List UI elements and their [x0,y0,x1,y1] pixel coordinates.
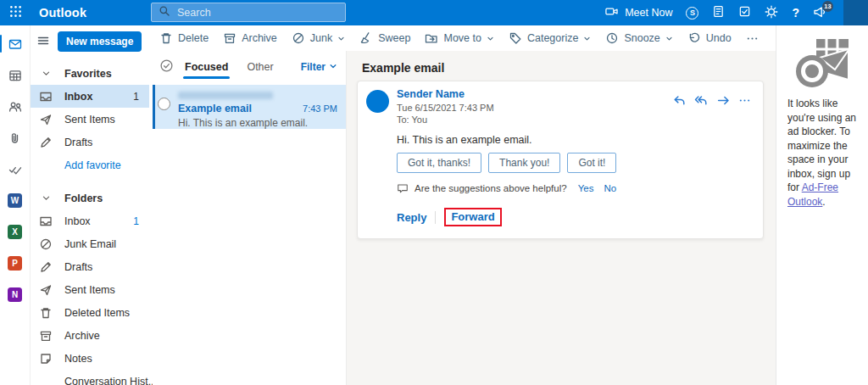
account-avatar[interactable] [843,0,868,25]
app-rail-onenote-button[interactable]: N [0,279,31,310]
archive-icon [223,31,236,45]
tasks-button[interactable] [738,5,751,20]
folder-label: Archive [64,330,100,342]
feedback-button[interactable]: 13 [813,5,826,21]
app-rail-mail-button[interactable] [0,28,31,59]
help-button[interactable]: ? [792,6,799,20]
sidebar-item-conversation-hist[interactable]: Conversation Hist... [31,370,149,385]
archive-icon [39,329,53,343]
app-rail-calendar-button[interactable] [0,59,31,91]
suggested-reply-button[interactable]: Got it! [567,153,616,173]
tab-other[interactable]: Other [247,51,273,82]
sidebar-section-favorites: FavoritesInbox1Sent ItemsDraftsAdd favor… [31,62,153,176]
chevron-down-icon [337,35,345,42]
search-input[interactable] [177,7,338,19]
suggested-reply-button[interactable]: Got it, thanks! [397,153,481,173]
movefolder-icon [425,31,438,45]
excel-icon: X [8,225,22,239]
forward-button[interactable]: Forward [451,210,494,223]
section-title: Folders [64,192,103,204]
section-header-folders[interactable]: Folders [31,187,149,209]
section-header-favorites[interactable]: Favorites [31,62,149,85]
snooze-button[interactable]: Snooze [605,31,672,45]
filter-button[interactable]: Filter [301,61,337,73]
archive-button[interactable]: Archive [223,31,277,45]
junk-button[interactable]: Junk [292,31,345,45]
sidebar-item-inbox[interactable]: Inbox1 [31,85,149,108]
app-rail-attachments-button[interactable] [0,122,31,153]
categorize-button[interactable]: Categorize [509,31,591,45]
skype-button[interactable]: S [686,7,698,20]
sent-datetime: Tue 6/15/2021 7:43 PM [397,103,494,114]
reading-pane: Example email Sender Name Tue 6/15/2021 … [347,51,776,385]
undo-button[interactable]: Undo [687,31,732,45]
notification-badge: 13 [822,1,833,12]
app-rail-todo-button[interactable] [0,153,31,185]
email-card: Sender Name Tue 6/15/2021 7:43 PM To: Yo… [357,81,764,239]
send-icon [39,113,53,126]
search-bar[interactable] [151,3,346,22]
trash-icon [39,306,53,320]
tab-focused[interactable]: Focused [185,51,228,82]
suggestions-feedback: Are the suggestions above helpful? Yes N… [397,182,751,194]
toolbar-label: Undo [706,32,732,44]
mail-preview: Hi. This is an example email. [178,117,337,129]
sidebar-item-notes[interactable]: Notes [31,347,149,370]
pencil-icon [39,136,53,149]
mail-subject: Example email [178,103,252,114]
feedback-no-button[interactable]: No [604,183,616,193]
sidebar-item-sent-items[interactable]: Sent Items [31,278,149,301]
feed-button[interactable] [712,5,725,20]
sweep-button[interactable]: Sweep [359,31,410,45]
toolbar-more-options-button[interactable] [746,32,759,45]
folder-sidebar: New message FavoritesInbox1Sent ItemsDra… [31,25,153,385]
sidebar-item-sent-items[interactable]: Sent Items [31,108,149,131]
unread-count: 1 [133,91,149,103]
redacted-sender [178,92,273,99]
sender-avatar[interactable] [366,90,389,113]
sidebar-item-deleted-items[interactable]: Deleted Items [31,301,149,324]
app-rail-word-button[interactable]: W [0,185,31,216]
mail-time: 7:43 PM [303,103,337,114]
forward-icon-button[interactable] [716,93,731,110]
more-dots-icon [746,32,759,45]
hamburger-button[interactable] [31,31,56,52]
ad-panel: It looks like you're using an ad blocker… [776,25,868,385]
circle-check-icon [159,59,174,75]
reply-icon-button[interactable] [672,93,687,110]
suggested-reply-button[interactable]: Thank you! [488,153,560,173]
message-list-header: FocusedOther Filter [153,51,346,82]
undo-icon [687,31,701,45]
meet-now-button[interactable]: Meet Now [604,5,672,20]
feedback-yes-button[interactable]: Yes [578,183,594,193]
sidebar-item-inbox[interactable]: Inbox1 [31,209,149,232]
section-title: Favorites [64,68,112,80]
settings-button[interactable] [765,5,778,21]
task-check-icon [738,5,751,20]
sidebar-item-add-favorite[interactable]: Add favorite [31,153,149,176]
todo-icon [8,163,22,176]
folder-label: Notes [64,353,92,365]
app-rail-excel-button[interactable]: X [0,216,31,248]
mail-list-item[interactable]: Example email7:43 PMHi. This is an examp… [153,85,346,129]
sidebar-item-drafts[interactable]: Drafts [31,131,149,153]
sidebar-item-drafts[interactable]: Drafts [31,255,149,278]
select-message-radio[interactable] [158,98,170,110]
app-rail: WXPN [0,25,31,385]
new-message-button[interactable]: New message [58,31,142,52]
more-options-button[interactable] [738,94,751,109]
reply-button[interactable]: Reply [397,211,426,224]
outlook-logo-gray [796,39,849,88]
reply-all-icon-button[interactable] [694,93,709,110]
app-rail-people-button[interactable] [0,91,31,122]
move-to-button[interactable]: Move to [425,31,493,45]
app-rail-powerpoint-button[interactable]: P [0,248,31,279]
sender-name[interactable]: Sender Name [397,88,494,102]
sidebar-item-junk-email[interactable]: Junk Email [31,232,149,255]
sidebar-header: New message [31,25,153,57]
sidebar-item-archive[interactable]: Archive [31,324,149,347]
app-launcher-button[interactable] [0,0,31,25]
select-all-button[interactable] [159,59,174,75]
delete-button[interactable]: Delete [159,31,209,45]
chevron-down-icon [39,69,53,78]
